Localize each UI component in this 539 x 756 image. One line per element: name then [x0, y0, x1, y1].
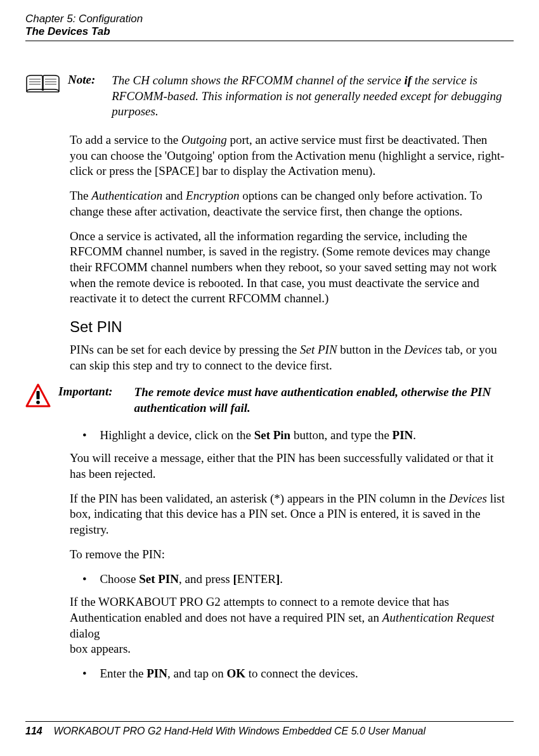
note-text-bold: if	[404, 74, 412, 87]
emphasis: Set PIN	[300, 343, 337, 356]
svg-point-8	[36, 401, 40, 405]
text: , and tap on	[167, 667, 226, 680]
warning-icon	[25, 383, 51, 411]
bullet-item: Highlight a device, click on the Set Pin…	[70, 428, 507, 444]
text: and	[162, 189, 186, 202]
bold: Set PIN	[139, 572, 179, 586]
subheading-set-pin: Set PIN	[70, 318, 507, 336]
page-footer: 114 WORKABOUT PRO G2 Hand-Held With Wind…	[25, 721, 514, 737]
bold: PIN	[146, 667, 167, 680]
note-text: The CH column shows the RFCOMM channel o…	[112, 73, 507, 120]
text: , and press	[179, 572, 233, 586]
body-paragraph: If the PIN has been validated, an asteri…	[70, 491, 507, 538]
note-label: Note:	[68, 73, 95, 87]
footer-manual-title: WORKABOUT PRO G2 Hand-Held With Windows …	[53, 726, 425, 736]
body-paragraph: box appears.	[70, 641, 507, 657]
bold: PIN	[393, 428, 413, 442]
important-text: The remote device must have authenticati…	[134, 385, 507, 416]
important-block: Important: The remote device must have a…	[70, 385, 507, 416]
emphasis: Devices	[449, 492, 487, 505]
bold: OK	[226, 667, 245, 680]
text: to connect the devices.	[245, 667, 358, 680]
emphasis: Encryption	[186, 189, 239, 202]
text: PINs can be set for each device by press…	[70, 343, 300, 356]
page-content: Note: The CH column shows the RFCOMM cha…	[70, 73, 507, 682]
text: To add a service to the	[70, 133, 181, 146]
page-number: 114	[25, 726, 42, 736]
body-paragraph: Once a service is activated, all the inf…	[70, 229, 507, 307]
header-divider	[25, 41, 514, 41]
text: Highlight a device, click on the	[100, 428, 254, 442]
footer-text: 114 WORKABOUT PRO G2 Hand-Held With Wind…	[25, 726, 514, 737]
svg-rect-7	[37, 391, 40, 399]
note-block: Note: The CH column shows the RFCOMM cha…	[70, 73, 507, 120]
text: Enter the	[100, 667, 146, 680]
body-paragraph: To remove the PIN:	[70, 547, 507, 563]
body-paragraph: The Authentication and Encryption option…	[70, 188, 507, 219]
emphasis: Devices	[404, 343, 442, 356]
book-icon	[25, 73, 60, 98]
emphasis: Outgoing	[181, 133, 227, 146]
body-paragraph: To add a service to the Outgoing port, a…	[70, 132, 507, 179]
text: ENTER	[237, 572, 276, 586]
body-paragraph: If the WORKABOUT PRO G2 attempts to conn…	[70, 594, 507, 641]
body-paragraph: You will receive a message, either that …	[70, 451, 507, 482]
footer-divider	[25, 721, 514, 722]
text: dialog	[70, 627, 100, 640]
text: button, and type the	[290, 428, 392, 442]
text: The	[70, 189, 91, 202]
text: Choose	[100, 572, 139, 586]
emphasis: Authentication Request	[382, 611, 495, 624]
text: button in the	[337, 343, 405, 356]
note-text-before: The CH column shows the RFCOMM channel o…	[112, 74, 404, 87]
bullet-item: Choose Set PIN, and press [ENTER].	[70, 572, 507, 587]
section-title: The Devices Tab	[25, 25, 514, 38]
text: .	[280, 572, 283, 586]
emphasis: Authentication	[91, 189, 162, 202]
chapter-title: Chapter 5: Configuration	[25, 13, 514, 25]
body-paragraph: PINs can be set for each device by press…	[70, 342, 507, 373]
text: .	[413, 428, 416, 442]
bold: Set Pin	[254, 428, 291, 442]
important-label: Important:	[58, 385, 113, 399]
text: If the PIN has been validated, an asteri…	[70, 492, 449, 505]
bullet-item: Enter the PIN, and tap on OK to connect …	[70, 666, 507, 682]
page-header: Chapter 5: Configuration The Devices Tab	[25, 13, 514, 41]
